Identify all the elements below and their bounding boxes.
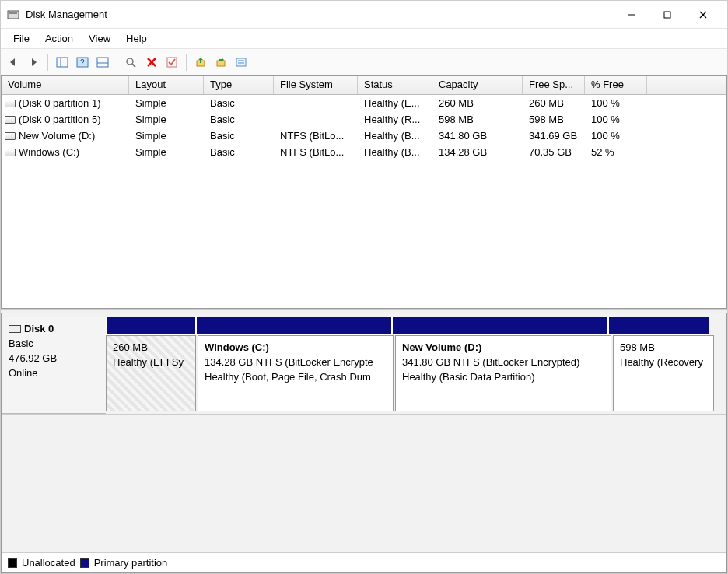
disk-label: Disk 0 bbox=[24, 323, 54, 334]
maximize-button[interactable] bbox=[649, 2, 685, 27]
partition-status: Healthy (Boot, Page File, Crash Dum bbox=[205, 370, 387, 385]
cell-volume: New Volume (D:) bbox=[19, 130, 95, 142]
cell-status: Healthy (E... bbox=[358, 97, 432, 109]
cell-pctfree: 52 % bbox=[585, 146, 647, 158]
legend: Unallocated Primary partition bbox=[2, 552, 726, 572]
volume-icon bbox=[5, 149, 16, 156]
column-layout[interactable]: Layout bbox=[129, 76, 204, 94]
cell-freespace: 260 MB bbox=[523, 97, 585, 109]
partition-box[interactable]: 598 MBHealthy (Recovery bbox=[613, 335, 714, 411]
cell-layout: Simple bbox=[129, 114, 204, 125]
column-capacity[interactable]: Capacity bbox=[432, 76, 523, 94]
cell-type: Basic bbox=[204, 130, 274, 142]
cell-capacity: 341.80 GB bbox=[432, 130, 523, 142]
legend-label-unallocated: Unallocated bbox=[22, 557, 75, 569]
partition-name: Windows (C:) bbox=[205, 341, 387, 355]
minimize-button[interactable] bbox=[614, 2, 649, 27]
toggle-bottom-button[interactable] bbox=[93, 53, 112, 72]
column-filesystem[interactable]: File System bbox=[274, 76, 358, 94]
column-pctfree[interactable]: % Free bbox=[585, 76, 647, 94]
properties-button[interactable] bbox=[232, 53, 250, 72]
menu-action[interactable]: Action bbox=[37, 30, 81, 47]
volume-list: Volume Layout Type File System Status Ca… bbox=[1, 75, 727, 309]
svg-rect-16 bbox=[167, 58, 177, 67]
cell-capacity: 134.28 GB bbox=[432, 146, 523, 158]
delete-button[interactable] bbox=[142, 53, 161, 72]
disk-bar-segment bbox=[106, 317, 196, 335]
disk-info[interactable]: Disk 0 Basic 476.92 GB Online bbox=[2, 317, 106, 414]
close-button[interactable] bbox=[685, 2, 721, 27]
svg-rect-0 bbox=[8, 11, 19, 19]
column-status[interactable]: Status bbox=[358, 76, 432, 94]
svg-point-12 bbox=[127, 58, 133, 65]
help-button[interactable]: ? bbox=[73, 53, 92, 72]
column-type[interactable]: Type bbox=[204, 76, 274, 94]
partition-name: New Volume (D:) bbox=[402, 341, 604, 355]
legend-swatch-primary bbox=[80, 558, 89, 568]
cell-freespace: 341.69 GB bbox=[523, 130, 585, 142]
table-row[interactable]: (Disk 0 partition 5)SimpleBasicHealthy (… bbox=[2, 111, 726, 128]
import-button[interactable] bbox=[191, 53, 210, 72]
cell-type: Basic bbox=[204, 114, 274, 125]
table-header: Volume Layout Type File System Status Ca… bbox=[2, 76, 726, 95]
svg-rect-6 bbox=[57, 58, 68, 67]
disk-row[interactable]: Disk 0 Basic 476.92 GB Online 260 MBHeal… bbox=[2, 313, 726, 415]
cell-pctfree: 100 % bbox=[585, 130, 647, 142]
app-icon bbox=[7, 9, 19, 21]
forward-button[interactable] bbox=[24, 53, 43, 72]
window-title: Disk Management bbox=[26, 9, 614, 20]
disk-bar-segment bbox=[608, 317, 709, 335]
menubar: File Action View Help bbox=[1, 29, 727, 49]
cell-layout: Simple bbox=[129, 146, 204, 158]
menu-help[interactable]: Help bbox=[118, 30, 155, 47]
back-button[interactable] bbox=[4, 53, 23, 72]
partition-status: Healthy (Recovery bbox=[620, 355, 707, 370]
cell-volume: (Disk 0 partition 5) bbox=[19, 114, 100, 125]
partition-box[interactable]: New Volume (D:)341.80 GB NTFS (BitLocker… bbox=[395, 335, 611, 411]
column-spacer bbox=[647, 76, 726, 94]
partition-status: Healthy (Basic Data Partition) bbox=[402, 370, 604, 385]
table-row[interactable]: Windows (C:)SimpleBasicNTFS (BitLo...Hea… bbox=[2, 144, 726, 160]
svg-line-13 bbox=[132, 64, 135, 67]
partition-size: 260 MB bbox=[113, 341, 189, 355]
rescan-button[interactable] bbox=[122, 53, 141, 72]
export-button[interactable] bbox=[212, 53, 230, 72]
cell-capacity: 598 MB bbox=[432, 114, 523, 125]
cell-status: Healthy (B... bbox=[358, 130, 432, 142]
table-row[interactable]: (Disk 0 partition 1)SimpleBasicHealthy (… bbox=[2, 95, 726, 111]
volume-icon bbox=[5, 100, 16, 107]
table-row[interactable]: New Volume (D:)SimpleBasicNTFS (BitLo...… bbox=[2, 128, 726, 144]
partition-size: 341.80 GB NTFS (BitLocker Encrypted) bbox=[402, 355, 604, 370]
partition-size: 134.28 GB NTFS (BitLocker Encrypte bbox=[205, 355, 387, 370]
svg-rect-19 bbox=[236, 58, 246, 66]
menu-view[interactable]: View bbox=[81, 30, 118, 47]
cell-status: Healthy (R... bbox=[358, 114, 432, 125]
disk-state: Online bbox=[9, 366, 100, 381]
partition-status: Healthy (EFI Sy bbox=[113, 355, 189, 370]
cell-capacity: 260 MB bbox=[432, 97, 523, 109]
cell-filesystem: NTFS (BitLo... bbox=[274, 130, 358, 142]
volume-icon bbox=[5, 116, 16, 124]
legend-swatch-unallocated bbox=[8, 558, 17, 568]
column-freespace[interactable]: Free Sp... bbox=[523, 76, 585, 94]
disk-empty-area bbox=[2, 415, 726, 552]
cell-volume: Windows (C:) bbox=[19, 146, 79, 158]
cell-type: Basic bbox=[204, 97, 274, 109]
cell-freespace: 598 MB bbox=[523, 114, 585, 125]
partition-box[interactable]: 260 MBHealthy (EFI Sy bbox=[106, 335, 196, 411]
check-button[interactable] bbox=[163, 53, 181, 72]
svg-rect-18 bbox=[217, 61, 225, 66]
disk-size: 476.92 GB bbox=[9, 352, 100, 366]
show-hide-tree-button[interactable] bbox=[53, 53, 72, 72]
menu-file[interactable]: File bbox=[5, 30, 37, 47]
cell-freespace: 70.35 GB bbox=[523, 146, 585, 158]
cell-layout: Simple bbox=[129, 130, 204, 142]
cell-type: Basic bbox=[204, 146, 274, 158]
cell-layout: Simple bbox=[129, 97, 204, 109]
legend-label-primary: Primary partition bbox=[94, 557, 168, 569]
disk-map-pane: Disk 0 Basic 476.92 GB Online 260 MBHeal… bbox=[1, 313, 727, 573]
column-volume[interactable]: Volume bbox=[2, 76, 129, 94]
svg-rect-3 bbox=[664, 12, 670, 18]
partition-box[interactable]: Windows (C:)134.28 GB NTFS (BitLocker En… bbox=[198, 335, 394, 411]
svg-text:?: ? bbox=[80, 58, 85, 67]
